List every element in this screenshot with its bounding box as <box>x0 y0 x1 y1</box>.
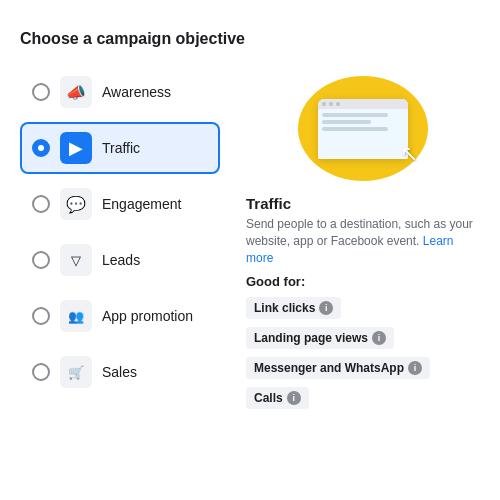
detail-title: Traffic <box>246 195 480 212</box>
radio-sales[interactable] <box>32 363 50 381</box>
browser-line-2 <box>322 120 371 124</box>
objective-item-sales[interactable]: 🛒 Sales <box>20 346 220 398</box>
browser-bar <box>318 99 408 109</box>
tag-row-landing-page: Landing page views i <box>246 327 480 355</box>
tag-messenger-label: Messenger and WhatsApp <box>254 361 404 375</box>
traffic-icon-box: ▶ <box>60 132 92 164</box>
detail-description: Send people to a destination, such as yo… <box>246 216 480 266</box>
app-promotion-icon-box: 👥 <box>60 300 92 332</box>
tag-link-clicks-label: Link clicks <box>254 301 315 315</box>
tag-row-calls: Calls i <box>246 387 480 415</box>
tag-landing-page-label: Landing page views <box>254 331 368 345</box>
tag-landing-page-views[interactable]: Landing page views i <box>246 327 394 349</box>
radio-app-promotion[interactable] <box>32 307 50 325</box>
objective-item-leads[interactable]: ▽ Leads <box>20 234 220 286</box>
engagement-icon-box: 💬 <box>60 188 92 220</box>
objective-item-engagement[interactable]: 💬 Engagement <box>20 178 220 230</box>
sales-icon-box: 🛒 <box>60 356 92 388</box>
tag-row-messenger: Messenger and WhatsApp i <box>246 357 480 385</box>
tag-row-link-clicks: Link clicks i <box>246 297 480 325</box>
browser-line-1 <box>322 113 388 117</box>
good-for-label: Good for: <box>246 274 480 289</box>
browser-dot-2 <box>329 102 333 106</box>
objective-item-app-promotion[interactable]: 👥 App promotion <box>20 290 220 342</box>
tag-calls[interactable]: Calls i <box>246 387 309 409</box>
info-icon-landing-page[interactable]: i <box>372 331 386 345</box>
illustration-circle: ↖ <box>298 76 428 181</box>
illustration-wrapper: ↖ <box>246 76 480 181</box>
browser-dot-3 <box>336 102 340 106</box>
illustration-content: ↖ <box>318 99 408 159</box>
radio-leads[interactable] <box>32 251 50 269</box>
awareness-label: Awareness <box>102 84 171 100</box>
tag-calls-label: Calls <box>254 391 283 405</box>
objective-item-traffic[interactable]: ▶ Traffic <box>20 122 220 174</box>
detail-panel: ↖ Traffic Send people to a destination, … <box>236 66 480 417</box>
illustration-browser <box>318 99 408 159</box>
page-title: Choose a campaign objective <box>20 30 480 48</box>
sales-label: Sales <box>102 364 137 380</box>
browser-content <box>318 109 408 159</box>
radio-traffic[interactable] <box>32 139 50 157</box>
cursor-icon: ↖ <box>400 141 418 167</box>
awareness-icon-box: 📣 <box>60 76 92 108</box>
engagement-label: Engagement <box>102 196 181 212</box>
leads-label: Leads <box>102 252 140 268</box>
objectives-list: 📣 Awareness ▶ Traffic 💬 Engagement ▽ Lea… <box>20 66 220 417</box>
tag-link-clicks[interactable]: Link clicks i <box>246 297 341 319</box>
main-layout: 📣 Awareness ▶ Traffic 💬 Engagement ▽ Lea… <box>20 66 480 417</box>
info-icon-calls[interactable]: i <box>287 391 301 405</box>
traffic-label: Traffic <box>102 140 140 156</box>
browser-dot-1 <box>322 102 326 106</box>
radio-awareness[interactable] <box>32 83 50 101</box>
tag-messenger-whatsapp[interactable]: Messenger and WhatsApp i <box>246 357 430 379</box>
radio-engagement[interactable] <box>32 195 50 213</box>
info-icon-link-clicks[interactable]: i <box>319 301 333 315</box>
browser-line-3 <box>322 127 388 131</box>
leads-icon-box: ▽ <box>60 244 92 276</box>
app-promotion-label: App promotion <box>102 308 193 324</box>
info-icon-messenger[interactable]: i <box>408 361 422 375</box>
objective-item-awareness[interactable]: 📣 Awareness <box>20 66 220 118</box>
